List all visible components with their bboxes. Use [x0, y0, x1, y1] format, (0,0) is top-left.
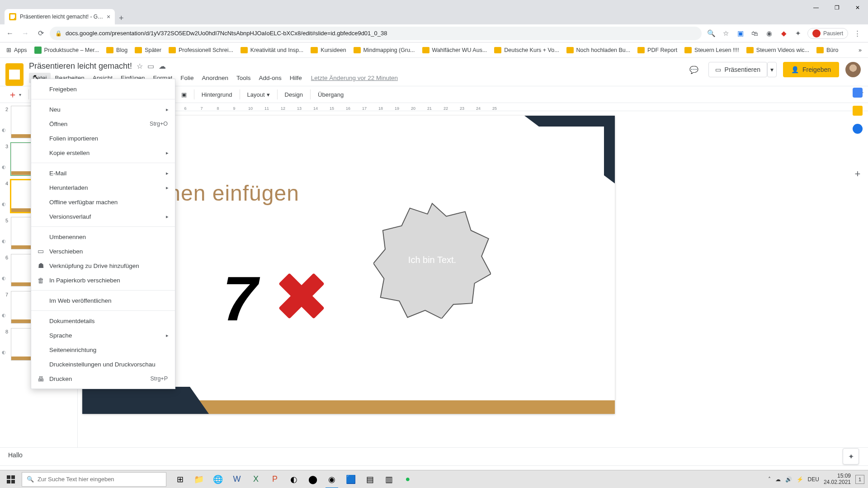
- app-icon-1[interactable]: 🌐: [209, 470, 227, 488]
- tray-volume-icon[interactable]: 🔊: [785, 476, 792, 483]
- menu-import-slides[interactable]: Folien importieren: [31, 131, 175, 145]
- star-outline-icon[interactable]: ☆: [137, 62, 143, 70]
- zoom-icon[interactable]: 🔍: [706, 28, 717, 39]
- menu-print-preview[interactable]: Druckeinstellungen und Druckvorschau: [31, 357, 175, 371]
- extension-red-icon[interactable]: ◆: [778, 28, 789, 39]
- present-button[interactable]: ▭ Präsentieren: [708, 62, 767, 77]
- bookmark-item[interactable]: Kreativität und Insp...: [238, 45, 306, 55]
- tray-network-icon[interactable]: ⚡: [797, 476, 803, 483]
- transition-button[interactable]: Übergang: [314, 89, 347, 100]
- account-avatar[interactable]: [845, 62, 861, 77]
- menu-version-history[interactable]: Versionsverlauf▸: [31, 209, 175, 224]
- bookmark-item[interactable]: Büro: [814, 45, 841, 55]
- nav-back-button[interactable]: ←: [4, 27, 16, 40]
- window-maximize-button[interactable]: ❐: [826, 0, 847, 15]
- red-cross-shape[interactable]: [281, 276, 322, 316]
- tray-battery-icon[interactable]: ☁: [775, 476, 781, 483]
- task-view-icon[interactable]: ⊞: [171, 470, 189, 488]
- move-to-drive-icon[interactable]: ▭: [147, 62, 154, 70]
- menu-rename[interactable]: Umbenennen: [31, 230, 175, 244]
- menu-tools[interactable]: Tools: [233, 73, 255, 83]
- nav-forward-button[interactable]: →: [19, 27, 32, 40]
- share-button[interactable]: 👤 Freigeben: [783, 62, 839, 77]
- obs-icon[interactable]: ⬤: [304, 470, 322, 488]
- theme-button[interactable]: Design: [281, 89, 307, 100]
- explore-button[interactable]: ✦: [843, 448, 859, 465]
- tray-chevron-icon[interactable]: ˄: [768, 476, 771, 483]
- bookmarks-overflow[interactable]: »: [856, 45, 864, 55]
- comment-history-button[interactable]: 💬: [686, 61, 702, 78]
- extensions-puzzle-icon[interactable]: ✦: [793, 28, 804, 39]
- extension-cart-icon[interactable]: 🛍: [750, 28, 760, 39]
- menu-move-to-trash[interactable]: 🗑In Papierkorb verschieben: [31, 273, 175, 287]
- present-dropdown-button[interactable]: ▾: [767, 62, 777, 77]
- bookmark-item[interactable]: Professionell Schrei...: [166, 45, 236, 55]
- add-addon-button[interactable]: +: [855, 168, 861, 180]
- document-title[interactable]: Präsentieren leicht gemacht!: [29, 61, 132, 71]
- background-button[interactable]: Hintergrund: [198, 89, 236, 100]
- bookmark-item[interactable]: Steuern Videos wic...: [744, 45, 812, 55]
- slides-logo-icon[interactable]: [5, 63, 24, 86]
- menu-document-details[interactable]: Dokumentdetails: [31, 314, 175, 328]
- browser-tab[interactable]: Präsentieren leicht gemacht! - G… ×: [5, 9, 115, 24]
- menu-hilfe[interactable]: Hilfe: [286, 73, 306, 83]
- bookmark-item[interactable]: PDF Report: [635, 45, 680, 55]
- menu-new[interactable]: Neu▸: [31, 102, 175, 117]
- bookmark-item[interactable]: Später: [132, 45, 164, 55]
- menu-print[interactable]: 🖶DruckenStrg+P: [31, 371, 175, 386]
- menu-share[interactable]: Freigeben: [31, 82, 175, 96]
- taskbar-search[interactable]: 🔍 Zur Suche Text hier eingeben: [22, 472, 166, 487]
- window-minimize-button[interactable]: —: [806, 0, 826, 15]
- menu-publish-web[interactable]: Im Web veröffentlichen: [31, 293, 175, 308]
- last-edit-link[interactable]: Letzte Änderung vor 22 Minuten: [311, 75, 398, 81]
- layout-button[interactable]: Layout ▾: [244, 89, 274, 100]
- tab-close-icon[interactable]: ×: [107, 13, 110, 20]
- number-seven-shape[interactable]: 7: [222, 262, 258, 335]
- tray-clock[interactable]: 15:09 24.02.2021: [824, 473, 851, 486]
- menu-add-ons[interactable]: Add-ons: [255, 73, 285, 83]
- spotify-icon[interactable]: ●: [399, 470, 417, 488]
- cloud-saved-icon[interactable]: ☁: [159, 62, 166, 70]
- bookmark-item[interactable]: Produktsuche – Mer...: [32, 45, 102, 56]
- menu-make-copy[interactable]: Kopie erstellen▸: [31, 145, 175, 160]
- start-button[interactable]: [0, 470, 22, 488]
- menu-move[interactable]: ▭Verschieben: [31, 244, 175, 258]
- keep-addon-icon[interactable]: [853, 106, 863, 116]
- bookmark-item[interactable]: Noch hochladen Bu...: [564, 45, 633, 55]
- edge-icon[interactable]: 🟦: [342, 470, 360, 488]
- bookmark-item[interactable]: Deutsche Kurs + Vo...: [491, 45, 561, 55]
- browser-menu-icon[interactable]: ⋮: [852, 28, 863, 39]
- file-explorer-icon[interactable]: 📁: [190, 470, 208, 488]
- bookmark-star-icon[interactable]: ☆: [721, 28, 731, 39]
- bookmarks-apps[interactable]: ⊞Apps: [4, 45, 30, 55]
- extension-read-icon[interactable]: ▣: [735, 28, 746, 39]
- extension-globe-icon[interactable]: ◉: [764, 28, 775, 39]
- menu-language[interactable]: Sprache▸: [31, 328, 175, 343]
- excel-icon[interactable]: X: [247, 470, 265, 488]
- menu-anordnen[interactable]: Anordnen: [198, 73, 232, 83]
- comment-button[interactable]: ▣: [178, 89, 190, 100]
- new-slide-button[interactable]: ＋▾: [5, 87, 25, 103]
- menu-open[interactable]: ÖffnenStrg+O: [31, 117, 175, 131]
- star-seal-shape[interactable]: Ich bin Text.: [373, 201, 491, 319]
- profile-paused-chip[interactable]: Pausiert: [807, 28, 848, 39]
- menu-folie[interactable]: Folie: [177, 73, 197, 83]
- notification-center-icon[interactable]: 1: [855, 475, 864, 484]
- menu-page-setup[interactable]: Seiteneinrichtung: [31, 343, 175, 357]
- url-bar[interactable]: 🔒 docs.google.com/presentation/d/1yV372S…: [50, 27, 702, 40]
- bookmark-item[interactable]: Wahlfächer WU Aus...: [420, 45, 490, 55]
- nav-reload-button[interactable]: ⟳: [34, 27, 47, 40]
- menu-add-drive-shortcut[interactable]: ☗Verknüpfung zu Drive hinzufügen: [31, 258, 175, 273]
- chrome-icon[interactable]: ◉: [323, 470, 341, 488]
- calendar-addon-icon[interactable]: [853, 88, 863, 98]
- tray-language[interactable]: DEU: [808, 476, 819, 483]
- bookmark-item[interactable]: Blog: [104, 45, 130, 55]
- bookmark-item[interactable]: Steuern Lesen !!!!: [682, 45, 742, 55]
- powerpoint-icon[interactable]: P: [266, 470, 284, 488]
- app-icon-2[interactable]: ◐: [285, 470, 303, 488]
- menu-email[interactable]: E-Mail▸: [31, 166, 175, 180]
- star-text[interactable]: Ich bin Text.: [408, 255, 456, 265]
- bookmark-item[interactable]: Mindmapping (Gru...: [351, 45, 418, 55]
- menu-download[interactable]: Herunterladen▸: [31, 180, 175, 195]
- new-tab-button[interactable]: +: [115, 12, 127, 24]
